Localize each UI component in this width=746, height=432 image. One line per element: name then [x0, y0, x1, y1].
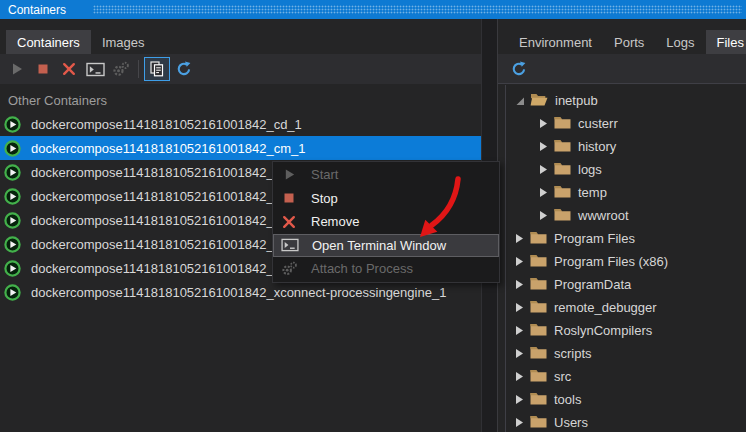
chevron-collapsed-icon[interactable]: [538, 118, 549, 129]
tool-window-titlebar[interactable]: Containers: [0, 0, 746, 19]
tree-item-label: history: [578, 139, 616, 154]
group-label: Other Containers: [8, 93, 481, 108]
folder-icon: [554, 116, 571, 132]
folder-icon: [554, 185, 571, 201]
tree-item-programdata[interactable]: ProgramData: [506, 273, 746, 296]
container-name: dockercompose11418181052161001842_cm_1: [31, 141, 305, 156]
remove-icon[interactable]: [57, 57, 81, 81]
chevron-collapsed-icon[interactable]: [514, 417, 525, 428]
tree-item-label: scripts: [554, 346, 592, 361]
start-icon[interactable]: [5, 57, 29, 81]
tree-item-custerr[interactable]: custerr: [506, 112, 746, 135]
container-row[interactable]: dockercompose11418181052161001842_cd_1: [0, 112, 481, 136]
folder-icon: [530, 323, 547, 339]
chevron-collapsed-icon[interactable]: [514, 279, 525, 290]
chevron-collapsed-icon[interactable]: [514, 394, 525, 405]
tab-environment[interactable]: Environment: [508, 30, 603, 54]
left-tabstrip: Containers Images: [0, 19, 481, 54]
container-name: dockercompose11418181052161001842_x: [31, 237, 280, 252]
menu-item-remove[interactable]: Remove: [273, 210, 499, 234]
tree-item-wwwroot[interactable]: wwwroot: [506, 204, 746, 227]
tree-item-label: remote_debugger: [554, 300, 657, 315]
tree-item-remote-debugger[interactable]: remote_debugger: [506, 296, 746, 319]
folder-icon: [530, 300, 547, 316]
refresh-icon[interactable]: [172, 57, 196, 81]
chevron-collapsed-icon[interactable]: [514, 256, 525, 267]
folder-icon: [554, 162, 571, 178]
chevron-collapsed-icon[interactable]: [538, 210, 549, 221]
tab-files[interactable]: Files: [706, 30, 746, 54]
tree-item-label: ProgramData: [554, 277, 631, 292]
tree-item-label: inetpub: [555, 93, 598, 108]
tree-item-history[interactable]: history: [506, 135, 746, 158]
menu-item-label: Stop: [311, 191, 338, 206]
tree-item-label: temp: [578, 185, 607, 200]
container-name: dockercompose11418181052161001842_s: [31, 165, 280, 180]
tree-item-temp[interactable]: temp: [506, 181, 746, 204]
tree-item-roslyncompilers[interactable]: RoslynCompilers: [506, 319, 746, 342]
tree-item-program-files-x86[interactable]: Program Files (x86): [506, 250, 746, 273]
container-name: dockercompose11418181052161001842_x: [31, 213, 280, 228]
container-row[interactable]: dockercompose11418181052161001842_xconne…: [0, 280, 481, 304]
files-toolbar: [498, 54, 746, 84]
stop-icon: [279, 192, 299, 204]
menu-item-label: Remove: [311, 214, 359, 229]
folder-icon: [530, 392, 547, 408]
tab-images[interactable]: Images: [91, 30, 156, 54]
tree-item-label: Program Files (x86): [554, 254, 668, 269]
menu-item-open-terminal-window[interactable]: Open Terminal Window: [273, 234, 499, 258]
containers-toolbar: [0, 54, 481, 84]
folder-icon: [530, 369, 547, 385]
container-running-icon: [4, 188, 21, 205]
tab-ports[interactable]: Ports: [603, 30, 655, 54]
tree-item-tools[interactable]: tools: [506, 388, 746, 411]
folder-open-icon: [530, 93, 548, 109]
tree-item-scripts[interactable]: scripts: [506, 342, 746, 365]
tree-item-logs[interactable]: logs: [506, 158, 746, 181]
chevron-collapsed-icon[interactable]: [538, 164, 549, 175]
menu-item-label: Attach to Process: [311, 261, 413, 276]
refresh-icon[interactable]: [507, 57, 531, 81]
open-terminal-icon[interactable]: [83, 57, 107, 81]
details-pane: Environment Ports Logs Files inetpub cus…: [497, 19, 746, 432]
tree-item-src[interactable]: src: [506, 365, 746, 388]
tab-containers[interactable]: Containers: [6, 30, 91, 54]
chevron-collapsed-icon[interactable]: [538, 141, 549, 152]
chevron-collapsed-icon[interactable]: [514, 371, 525, 382]
container-running-icon: [4, 260, 21, 277]
chevron-collapsed-icon[interactable]: [514, 233, 525, 244]
toolbar-separator: [138, 60, 139, 78]
chevron-collapsed-icon[interactable]: [514, 348, 525, 359]
container-running-icon: [4, 284, 21, 301]
folder-icon: [530, 231, 547, 247]
file-tree: inetpub custerr history logs temp wwwroo…: [505, 85, 746, 432]
chevron-expanded-icon[interactable]: [514, 96, 525, 106]
folder-icon: [554, 139, 571, 155]
container-context-menu: Start Stop Remove Open Terminal Window A…: [272, 161, 500, 283]
tree-item-program-files[interactable]: Program Files: [506, 227, 746, 250]
tab-images-label: Images: [102, 35, 145, 50]
tree-item-label: custerr: [578, 116, 618, 131]
menu-item-start: Start: [273, 163, 499, 187]
tab-files-label: Files: [717, 35, 744, 50]
titlebar-grip: [93, 5, 742, 14]
chevron-collapsed-icon[interactable]: [538, 187, 549, 198]
stop-icon[interactable]: [31, 57, 55, 81]
tab-logs[interactable]: Logs: [655, 30, 705, 54]
container-row-selected[interactable]: dockercompose11418181052161001842_cm_1: [0, 136, 481, 160]
tree-item-label: RoslynCompilers: [554, 323, 652, 338]
container-name: dockercompose11418181052161001842_s: [31, 189, 280, 204]
tree-item-label: logs: [578, 162, 602, 177]
menu-item-stop[interactable]: Stop: [273, 187, 499, 211]
tree-item-inetpub[interactable]: inetpub: [506, 89, 746, 112]
chevron-collapsed-icon[interactable]: [514, 302, 525, 313]
attach-to-process-icon: [279, 261, 299, 276]
start-icon: [279, 168, 299, 181]
attach-to-process-icon[interactable]: [109, 57, 133, 81]
tab-containers-label: Containers: [17, 35, 80, 50]
container-running-icon: [4, 116, 21, 133]
container-running-icon: [4, 236, 21, 253]
tree-item-users[interactable]: Users: [506, 411, 746, 432]
copy-icon[interactable]: [144, 57, 170, 81]
chevron-collapsed-icon[interactable]: [514, 325, 525, 336]
